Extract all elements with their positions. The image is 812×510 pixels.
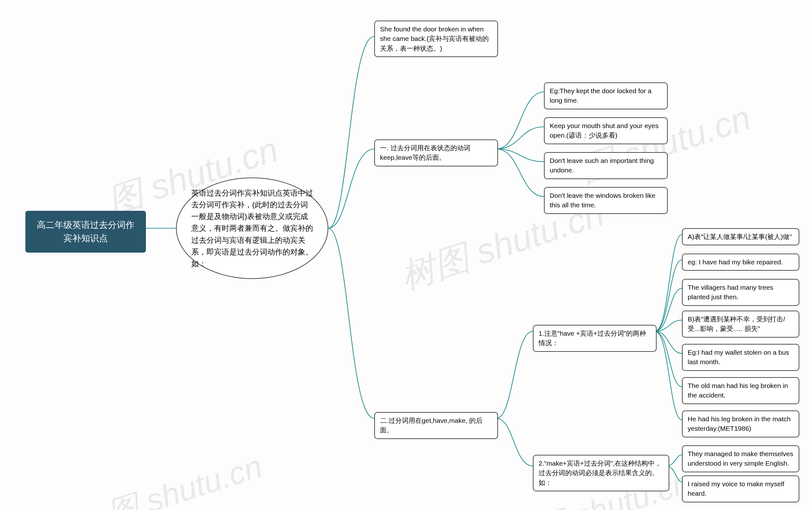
node-sub2-item[interactable]: They managed to make themselves understo… [682,445,799,472]
node-keep-item[interactable]: Eg:They kept the door locked for a long … [544,82,668,109]
node-text: 2."make+宾语+过去分词",在这种结构中，过去分词的动词必须是表示结果含义… [539,459,661,486]
node-text: Eg:They kept the door locked for a long … [550,87,651,104]
node-text: 1.注意"have +宾语+过去分词"的两种情况： [539,330,646,347]
node-text: They managed to make themselves understo… [688,450,793,467]
node-text: He had his leg broken in the match yeste… [688,415,791,432]
node-get-have-make[interactable]: 二.过分词用在get,have,make, 的后面。 [374,412,498,439]
node-text: 一. 过去分词用在表状态的动词keep,leave等的后面。 [380,144,470,161]
node-sub1-item[interactable]: B)表"遭遇到某种不幸，受到打击/受...影响，蒙受..... 损失" [682,311,799,337]
node-sub2[interactable]: 2."make+宾语+过去分词",在这种结构中，过去分词的动词必须是表示结果含义… [533,455,669,491]
node-keep-item[interactable]: Keep your mouth shut and your eyes open.… [544,117,668,144]
node-text: Keep your mouth shut and your eyes open.… [550,122,659,139]
intro-node[interactable]: 英语过去分词作宾补知识点英语中过去分词可作宾补，(此时的过去分词一般是及物动词)… [176,178,328,279]
node-text: Eg:I had my wallet stolen on a bus last … [688,349,789,365]
node-keep-item[interactable]: Don't leave such an important thing undo… [544,152,668,179]
root-node[interactable]: 高二年级英语过去分词作宾补知识点 [25,211,146,252]
node-example-found[interactable]: She found the door broken in when she ca… [374,21,498,57]
node-text: eg: I have had my bike repaired. [688,258,783,266]
root-title: 高二年级英语过去分词作宾补知识点 [37,220,135,243]
node-sub1-item[interactable]: Eg:I had my wallet stolen on a bus last … [682,344,799,371]
node-sub1-item[interactable]: The old man had his leg broken in the ac… [682,377,799,404]
node-text: 二.过分词用在get,have,make, 的后面。 [380,417,483,433]
node-text: She found the door broken in when she ca… [380,25,489,52]
node-text: A)表"让某人做某事/让某事(被人)做" [688,233,792,240]
watermark: 图 shutu.cn [102,445,268,510]
node-text: Don't leave such an important thing undo… [550,157,654,174]
node-sub2-item[interactable]: I raised my voice to make myself heard. [682,476,799,502]
node-keep-item[interactable]: Don't leave the windows broken like this… [544,187,668,214]
node-sub1[interactable]: 1.注意"have +宾语+过去分词"的两种情况： [533,325,657,352]
node-text: The villagers had many trees planted jus… [688,284,773,300]
node-text: B)表"遭遇到某种不幸，受到打击/受...影响，蒙受..... 损失" [688,316,785,332]
node-text: Don't leave the windows broken like this… [550,192,655,209]
node-sub1-item[interactable]: He had his leg broken in the match yeste… [682,411,799,438]
node-sub1-item[interactable]: eg: I have had my bike repaired. [682,253,799,271]
node-text: I raised my voice to make myself heard. [688,480,784,497]
node-sub1-item[interactable]: A)表"让某人做某事/让某事(被人)做" [682,228,799,245]
node-sub1-item[interactable]: The villagers had many trees planted jus… [682,279,799,306]
mindmap-canvas: 图 shutu.cn 图 shutu.cn 树图 shutu.cn 图 shut… [0,0,812,510]
node-text: The old man had his leg broken in the ac… [688,382,788,399]
intro-text: 英语过去分词作宾补知识点英语中过去分词可作宾补，(此时的过去分词一般是及物动词)… [191,187,313,269]
node-keep-leave[interactable]: 一. 过去分词用在表状态的动词keep,leave等的后面。 [374,140,498,167]
